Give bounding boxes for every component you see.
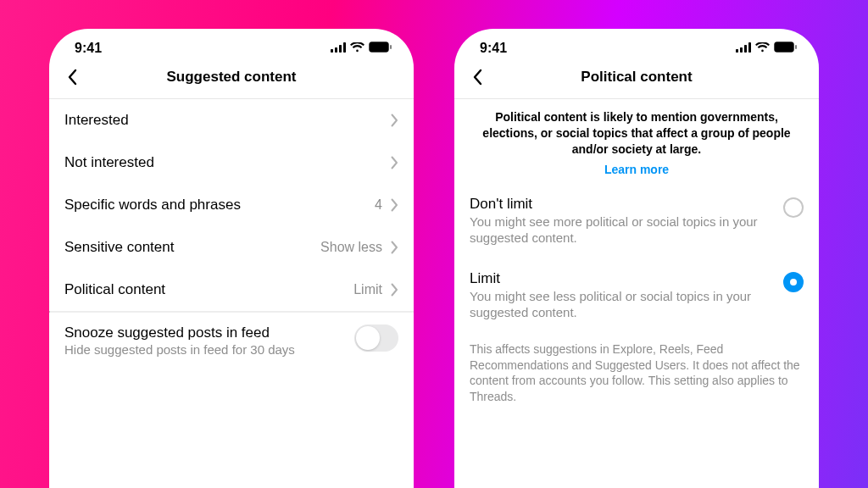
- learn-more-link[interactable]: Learn more: [604, 163, 669, 176]
- battery-icon: [774, 41, 797, 56]
- row-sensitive-content[interactable]: Sensitive content Show less: [49, 226, 414, 269]
- status-bar: 9:41: [454, 29, 819, 61]
- cellular-icon: [736, 41, 751, 56]
- svg-rect-9: [744, 45, 747, 53]
- row-value: Limit: [353, 282, 382, 297]
- cellular-icon: [331, 41, 346, 56]
- row-label: Interested: [64, 112, 129, 129]
- svg-rect-3: [343, 42, 346, 53]
- chevron-left-icon: [67, 69, 77, 86]
- row-label: Specific words and phrases: [64, 197, 241, 214]
- svg-rect-1: [335, 47, 337, 53]
- svg-rect-12: [776, 43, 793, 51]
- radio-button[interactable]: [783, 272, 804, 292]
- content-body: Political content is likely to mention g…: [454, 99, 819, 488]
- footnote-text: This affects suggestions in Explore, Ree…: [454, 333, 819, 414]
- navbar: Suggested content: [49, 61, 414, 99]
- option-sub: You might see less political or social t…: [470, 288, 771, 321]
- navbar: Political content: [454, 61, 819, 99]
- row-label: Not interested: [64, 154, 154, 171]
- description-block: Political content is likely to mention g…: [454, 99, 819, 184]
- chevron-right-icon: [391, 114, 398, 127]
- status-time: 9:41: [480, 41, 507, 56]
- status-bar: 9:41: [49, 29, 414, 61]
- row-political-content[interactable]: Political content Limit: [49, 269, 414, 311]
- svg-rect-7: [736, 49, 738, 53]
- option-dont-limit[interactable]: Don't limit You might see more political…: [454, 184, 819, 258]
- back-button[interactable]: [61, 66, 83, 88]
- phone-suggested-content: 9:41 Suggested content Interested Not in…: [49, 29, 414, 488]
- chevron-right-icon: [391, 156, 398, 169]
- battery-icon: [369, 41, 392, 56]
- chevron-left-icon: [472, 69, 482, 86]
- settings-list: Interested Not interested Specific words…: [49, 99, 414, 488]
- svg-rect-0: [331, 49, 333, 53]
- svg-rect-10: [748, 42, 751, 53]
- wifi-icon: [755, 41, 770, 56]
- chevron-right-icon: [391, 198, 398, 212]
- option-label: Don't limit: [470, 196, 771, 213]
- snooze-toggle[interactable]: [354, 324, 398, 352]
- option-label: Limit: [470, 270, 771, 287]
- back-button[interactable]: [466, 66, 488, 88]
- radio-button[interactable]: [783, 197, 804, 218]
- chevron-right-icon: [391, 283, 398, 297]
- description-text: Political content is likely to mention g…: [473, 109, 800, 158]
- row-interested[interactable]: Interested: [49, 99, 414, 141]
- option-sub: You might see more political or social t…: [470, 214, 771, 247]
- row-label: Political content: [64, 281, 165, 298]
- svg-rect-6: [390, 45, 392, 49]
- chevron-right-icon: [391, 241, 398, 254]
- snooze-label: Snooze suggested posts in feed: [64, 324, 344, 341]
- status-indicators: [331, 41, 392, 56]
- option-limit[interactable]: Limit You might see less political or so…: [454, 258, 819, 333]
- page-title: Political content: [454, 69, 819, 86]
- svg-rect-13: [795, 45, 797, 49]
- svg-rect-8: [740, 47, 743, 53]
- page-title: Suggested content: [49, 69, 414, 86]
- status-time: 9:41: [75, 41, 102, 56]
- wifi-icon: [350, 41, 364, 56]
- row-label: Sensitive content: [64, 239, 174, 256]
- snooze-sub: Hide suggested posts in feed for 30 days: [64, 342, 344, 357]
- status-indicators: [736, 41, 797, 56]
- row-value: 4: [375, 197, 382, 213]
- svg-rect-2: [339, 45, 342, 53]
- row-value: Show less: [320, 240, 382, 255]
- row-specific-words[interactable]: Specific words and phrases 4: [49, 184, 414, 226]
- phone-political-content: 9:41 Political content Political content…: [454, 29, 819, 488]
- row-snooze: Snooze suggested posts in feed Hide sugg…: [49, 313, 414, 369]
- svg-rect-5: [370, 43, 387, 51]
- row-not-interested[interactable]: Not interested: [49, 141, 414, 184]
